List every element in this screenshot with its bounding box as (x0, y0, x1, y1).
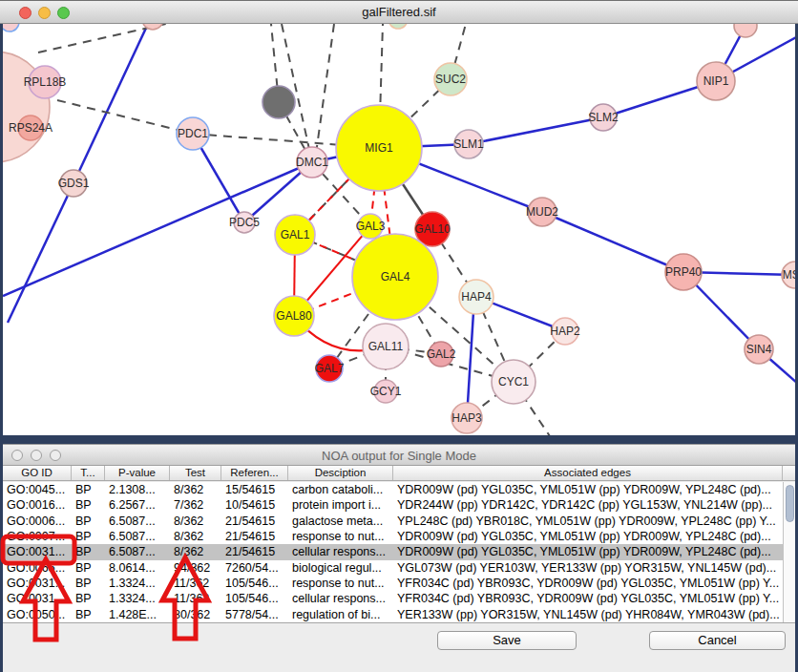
cell-description: cellular respons... (288, 591, 393, 606)
cell-type: BP (72, 482, 105, 497)
node-label: HAP3 (452, 411, 482, 425)
table-row[interactable]: GO:0045...BP2.1308...8/36215/54615carbon… (3, 482, 783, 497)
node-label: GAL3 (356, 220, 386, 233)
cell-reference: 10/54615 (221, 497, 288, 513)
cell-p_value: 2.1308... (105, 482, 170, 497)
network-edge[interactable] (57, 100, 193, 134)
noa-window-titlebar: NOA output for Single Mode (3, 444, 795, 466)
table-row[interactable]: GO:0016...BP6.2567...7/36210/54615protei… (3, 497, 783, 513)
cell-reference: 21/54615 (221, 529, 288, 544)
cell-reference: 15/54615 (221, 482, 288, 497)
cell-p_value: 1.428E... (105, 607, 170, 622)
table-row[interactable]: GO:0065...BP8.0614...94/3627260/54...bio… (3, 560, 783, 576)
node-label: GAL4 (381, 270, 410, 284)
vertical-scrollbar[interactable] (783, 482, 795, 622)
cell-test: 80/362 (170, 607, 221, 622)
cell-description: cellular respons... (288, 544, 393, 559)
cell-p_value: 1.3324... (105, 576, 170, 591)
node-label: GAL10 (414, 222, 451, 236)
network-edge[interactable] (38, 24, 196, 52)
network-window-titlebar: galFiltered.sif (0, 0, 798, 24)
cell-reference: 105/546... (221, 591, 288, 606)
node-unlabeled[interactable] (262, 86, 295, 118)
cell-test: 11/362 (170, 576, 221, 591)
node-label: GCY1 (370, 385, 402, 398)
table-row[interactable]: GO:0006...BP6.5087...8/36221/54615galact… (3, 514, 783, 529)
node-label: SIN4 (746, 343, 772, 356)
column-header[interactable]: Desciption (288, 466, 393, 480)
save-button[interactable]: Save (437, 631, 577, 650)
cell-go_id: GO:0016... (3, 497, 72, 513)
node-unlabeled[interactable] (388, 24, 408, 29)
network-edge[interactable] (74, 24, 148, 183)
cell-go_id: GO:0045... (3, 482, 72, 497)
table-row[interactable]: GO:0050...BP1.428E...80/3625778/54...reg… (3, 607, 783, 622)
network-edge[interactable] (8, 183, 74, 323)
node-label: MUD2 (526, 205, 558, 219)
cell-description: carbon cataboli... (288, 482, 393, 497)
node-label: SLM2 (588, 111, 619, 124)
cell-test: 11/362 (170, 591, 221, 606)
cell-description: biological regul... (288, 560, 393, 576)
network-window-title: galFiltered.sif (0, 5, 798, 19)
cell-go_id: GO:0006... (3, 514, 72, 529)
column-header[interactable]: T... (72, 466, 105, 480)
node-label: PDC5 (229, 216, 260, 229)
table-row[interactable]: GO:0031...BP1.3324...11/362105/546...cel… (3, 591, 783, 606)
cell-p_value: 8.0614... (105, 560, 170, 576)
node-label: HAP4 (461, 290, 492, 304)
cell-type: BP (72, 591, 105, 606)
network-edge[interactable] (3, 162, 312, 296)
table-row[interactable]: GO:0007...BP6.5087...8/36221/54615respon… (3, 529, 783, 544)
network-canvas: RPL18BRPS24AGDS1PDC1DMC1MIG1SUC2SLM1SLM2… (3, 24, 795, 435)
cell-associated_edges: YGL073W (pd) YER103W, YER133W (pp) YOR31… (393, 560, 783, 576)
cell-type: BP (72, 544, 105, 559)
noa-window-title: NOA output for Single Mode (3, 449, 795, 463)
node-unlabeled[interactable] (3, 24, 19, 32)
network-canvas-area[interactable]: RPL18BRPS24AGDS1PDC1DMC1MIG1SUC2SLM1SLM2… (3, 24, 795, 435)
cell-associated_edges: YFR034C (pd) YBR093C, YDR009W (pd) YGL03… (393, 591, 783, 606)
cell-p_value: 6.5087... (105, 544, 170, 559)
node-label: SUC2 (435, 73, 466, 86)
screenshot-root: galFiltered.sif RPL18BRPS24AGDS1PDC1DMC1… (0, 0, 798, 672)
cell-test: 8/362 (170, 529, 221, 544)
table-row[interactable]: GO:0031...BP6.5087...8/36221/54615cellul… (3, 544, 783, 559)
cancel-button[interactable]: Cancel (649, 631, 786, 650)
scrollbar-thumb[interactable] (786, 485, 794, 522)
cell-p_value: 6.5087... (105, 514, 170, 529)
table-row[interactable]: GO:0031...BP1.3324...11/362105/546...res… (3, 576, 783, 591)
cell-description: response to nut... (288, 576, 393, 591)
cell-type: BP (72, 497, 105, 513)
node-label: NIP1 (704, 74, 729, 88)
column-header[interactable]: GO ID (3, 466, 72, 480)
node-label: RPS24A (9, 121, 52, 135)
column-header-spare (783, 466, 795, 480)
cell-reference: 21/54615 (221, 544, 288, 559)
cell-reference: 21/54615 (221, 514, 288, 529)
cell-description: protein import i... (288, 497, 393, 513)
cell-go_id: GO:0031... (3, 544, 72, 559)
node-label: DMC1 (296, 156, 328, 169)
node-label: GAL80 (276, 309, 312, 323)
cell-associated_edges: YDR009W (pd) YGL035C, YML051W (pp) YDR00… (393, 529, 783, 544)
noa-window: NOA output for Single Mode GO IDT...P-va… (3, 444, 795, 672)
column-header[interactable]: Test (170, 466, 221, 480)
cell-description: galactose meta... (288, 514, 393, 529)
cell-test: 8/362 (170, 514, 221, 529)
cell-type: BP (72, 529, 105, 544)
node-label: GAL11 (368, 340, 404, 353)
network-edge[interactable] (315, 24, 334, 160)
column-header[interactable]: P-value (105, 466, 170, 480)
column-header[interactable]: Referen... (221, 466, 288, 480)
cell-test: 94/362 (170, 560, 221, 576)
cell-p_value: 6.2567... (105, 497, 170, 513)
network-edge[interactable] (469, 117, 603, 144)
column-header[interactable]: Associated edges (393, 466, 783, 480)
network-edge[interactable] (542, 212, 683, 272)
cell-p_value: 6.5087... (105, 529, 170, 544)
network-edge[interactable] (467, 297, 474, 418)
node-unlabeled[interactable] (734, 24, 757, 37)
cell-test: 8/362 (170, 544, 221, 559)
node-label: SLM1 (453, 137, 484, 151)
cell-type: BP (72, 607, 105, 622)
